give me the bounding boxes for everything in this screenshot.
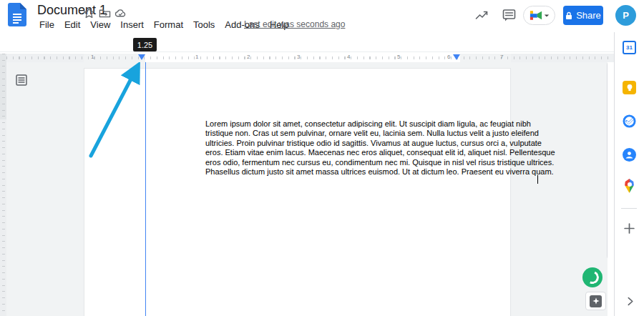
vertical-scrollbar[interactable] [607,62,608,259]
share-button[interactable]: Share [563,6,603,25]
text-line[interactable]: Lorem ipsum dolor sit amet, consectetur … [205,119,547,129]
get-addons-icon[interactable] [623,222,635,234]
toolbar [0,32,644,52]
menu-item[interactable]: Insert [115,18,149,31]
show-side-panel-icon[interactable] [625,297,635,306]
side-panel: 31 [614,32,644,316]
ruler-inch-label: 4 [347,54,350,60]
explore-button[interactable] [585,292,606,310]
ruler-inch-label: 1 [195,54,198,60]
document-canvas: Lorem ipsum dolor sit amet, consectetur … [6,62,608,316]
google-calendar-icon[interactable]: 31 [623,41,636,54]
vertical-ruler-ticks [2,54,5,316]
left-indent-marker[interactable] [138,54,145,60]
document-title[interactable]: Document 1 [37,3,107,18]
google-meet-icon [530,10,542,21]
last-edit-link[interactable]: Last edit was seconds ago [244,19,345,29]
right-indent-marker[interactable] [453,54,460,60]
paragraph: Lorem ipsum dolor sit amet, consectetur … [205,119,547,177]
document-page[interactable]: Lorem ipsum dolor sit amet, consectetur … [84,68,511,316]
google-contacts-icon[interactable] [623,148,636,162]
meet-dropdown-caret-icon [544,14,548,16]
ruler-ticks [6,56,614,59]
text-line[interactable]: Phasellus dictum justo sit amet massa ul… [205,167,547,177]
google-keep-icon[interactable] [623,81,636,94]
account-avatar[interactable]: P [615,5,636,26]
text-cursor [537,175,538,184]
horizontal-ruler[interactable]: 11234567 [6,54,614,62]
text-line[interactable]: ultricies. Proin pulvinar tristique odio… [205,139,547,148]
loading-spinner [582,267,602,287]
menu-item[interactable]: Tools [188,18,220,31]
open-comments-icon[interactable] [502,8,517,23]
google-tasks-icon[interactable] [623,114,636,128]
show-outline-button[interactable] [15,74,28,87]
side-panel-divider [621,208,637,209]
join-meet-button[interactable] [523,6,555,25]
spinner-arc [584,269,600,285]
header: Document 1 FileEditViewInsertFormatTools… [0,0,644,32]
document-stats-icon[interactable] [474,8,489,23]
indent-value-tooltip: 1.25 [133,38,157,51]
calendar-day: 31 [626,44,633,51]
avatar-initial: P [623,10,629,21]
menu-item[interactable]: View [85,18,115,31]
maps-pin-shape [624,179,635,193]
explore-icon [590,295,602,307]
menu-item[interactable]: File [34,18,59,31]
vertical-ruler[interactable] [0,54,6,316]
text-line[interactable]: tristique non. Cras ut sem pulvinar, orn… [205,129,547,138]
ruler-inch-label: 6 [447,54,450,60]
text-line[interactable]: eros odio, fermentum nec cursus eu, cond… [205,158,547,167]
indent-value: 1.25 [137,41,152,49]
ruler-inch-label: 7 [500,54,503,60]
share-label: Share [576,10,601,21]
google-maps-icon[interactable] [623,179,636,192]
indent-guide-line [145,62,146,316]
menu-item[interactable]: Format [149,18,188,31]
google-docs-logo-icon[interactable] [8,3,26,26]
text-line[interactable]: eros. Etiam vitae enim lacus. Maecenas n… [205,148,547,157]
ruler-inch-label: 5 [397,54,400,60]
ruler-inch-label: 2 [247,54,250,60]
menu-item[interactable]: Edit [59,18,85,31]
google-docs-window: Document 1 FileEditViewInsertFormatTools… [0,0,644,316]
ruler-inch-label: 1 [91,54,94,60]
ruler-inch-label: 3 [297,54,300,60]
lock-icon [565,11,572,20]
